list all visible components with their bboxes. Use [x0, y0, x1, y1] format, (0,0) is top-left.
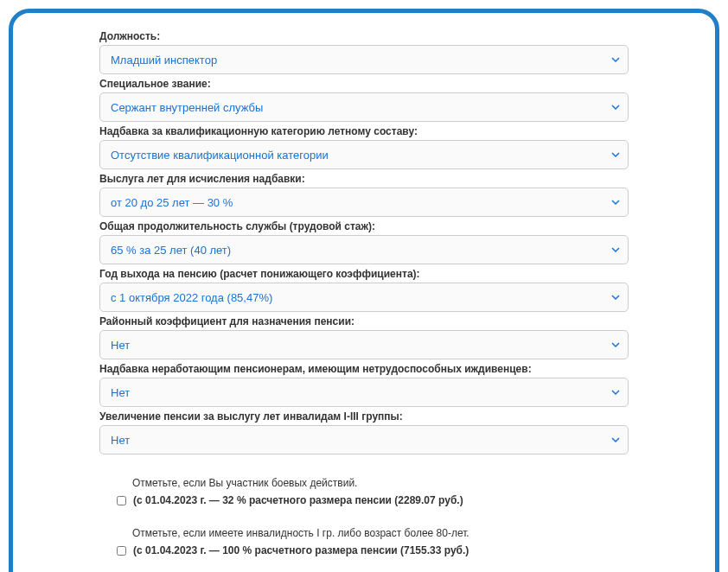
- label-qualification: Надбавка за квалификационную категорию л…: [99, 125, 629, 137]
- select-wrapper-rank: Сержант внутренней службы: [99, 92, 629, 122]
- select-value: Нет: [111, 386, 130, 399]
- label-position: Должность:: [99, 30, 629, 42]
- select-value: 65 % за 25 лет (40 лет): [111, 244, 231, 257]
- checkbox-row-combat: (с 01.04.2023 г. — 32 % расчетного разме…: [117, 494, 629, 506]
- checkbox-combat[interactable]: [117, 496, 126, 505]
- checkbox-hint-combat: Отметьте, если Вы участник боевых действ…: [117, 477, 629, 489]
- checkbox-group-combat: Отметьте, если Вы участник боевых действ…: [99, 477, 629, 506]
- field-qualification: Надбавка за квалификационную категорию л…: [99, 125, 629, 169]
- label-dependents: Надбавка неработающим пенсионерам, имеющ…: [99, 363, 629, 375]
- checkbox-hint-age80: Отметьте, если имеете инвалидность I гр.…: [117, 527, 629, 539]
- select-regional-coef[interactable]: Нет: [99, 330, 629, 359]
- select-total-service[interactable]: 65 % за 25 лет (40 лет): [99, 235, 629, 264]
- field-dependents: Надбавка неработающим пенсионерам, имеющ…: [99, 363, 629, 407]
- select-rank[interactable]: Сержант внутренней службы: [99, 92, 629, 122]
- checkbox-row-age80: (с 01.04.2023 г. — 100 % расчетного разм…: [117, 544, 629, 556]
- label-regional-coef: Районный коэффициент для назначения пенс…: [99, 315, 629, 327]
- checkbox-label-combat: (с 01.04.2023 г. — 32 % расчетного разме…: [133, 494, 463, 506]
- select-wrapper-position: Младший инспектор: [99, 45, 629, 74]
- select-value: Сержант внутренней службы: [111, 101, 263, 114]
- label-retirement-year: Год выхода на пенсию (расчет понижающего…: [99, 268, 629, 280]
- select-retirement-year[interactable]: с 1 октября 2022 года (85,47%): [99, 283, 629, 312]
- field-retirement-year: Год выхода на пенсию (расчет понижающего…: [99, 268, 629, 312]
- select-service-years[interactable]: от 20 до 25 лет — 30 %: [99, 187, 629, 217]
- select-value: с 1 октября 2022 года (85,47%): [111, 291, 272, 304]
- select-wrapper-qualification: Отсутствие квалификационной категории: [99, 140, 629, 169]
- field-regional-coef: Районный коэффициент для назначения пенс…: [99, 315, 629, 359]
- select-value: от 20 до 25 лет — 30 %: [111, 196, 233, 209]
- select-dependents[interactable]: Нет: [99, 378, 629, 407]
- field-disability: Увеличение пенсии за выслугу лет инвалид…: [99, 410, 629, 454]
- select-wrapper-total-service: 65 % за 25 лет (40 лет): [99, 235, 629, 264]
- select-wrapper-dependents: Нет: [99, 378, 629, 407]
- select-wrapper-retirement-year: с 1 октября 2022 года (85,47%): [99, 283, 629, 312]
- select-wrapper-regional-coef: Нет: [99, 330, 629, 359]
- select-wrapper-disability: Нет: [99, 425, 629, 454]
- label-disability: Увеличение пенсии за выслугу лет инвалид…: [99, 410, 629, 423]
- select-value: Отсутствие квалификационной категории: [111, 149, 329, 162]
- field-total-service: Общая продолжительность службы (трудовой…: [99, 220, 629, 264]
- label-service-years: Выслуга лет для исчисления надбавки:: [99, 173, 629, 185]
- label-total-service: Общая продолжительность службы (трудовой…: [99, 220, 629, 232]
- field-service-years: Выслуга лет для исчисления надбавки: от …: [99, 173, 629, 217]
- select-position[interactable]: Младший инспектор: [99, 45, 629, 74]
- select-wrapper-service-years: от 20 до 25 лет — 30 %: [99, 187, 629, 217]
- select-qualification[interactable]: Отсутствие квалификационной категории: [99, 140, 629, 169]
- checkbox-label-age80: (с 01.04.2023 г. — 100 % расчетного разм…: [133, 544, 469, 556]
- select-value: Нет: [111, 434, 130, 447]
- select-value: Младший инспектор: [111, 54, 217, 67]
- checkbox-group-age80: Отметьте, если имеете инвалидность I гр.…: [99, 527, 629, 556]
- field-rank: Специальное звание: Сержант внутренней с…: [99, 78, 629, 122]
- checkbox-section: Отметьте, если Вы участник боевых действ…: [99, 477, 629, 556]
- label-rank: Специальное звание:: [99, 78, 629, 90]
- checkbox-age80[interactable]: [117, 546, 126, 556]
- pension-calculator-form: Должность: Младший инспектор Специальное…: [9, 9, 719, 572]
- field-position: Должность: Младший инспектор: [99, 30, 629, 74]
- select-disability[interactable]: Нет: [99, 425, 629, 454]
- select-value: Нет: [111, 339, 130, 352]
